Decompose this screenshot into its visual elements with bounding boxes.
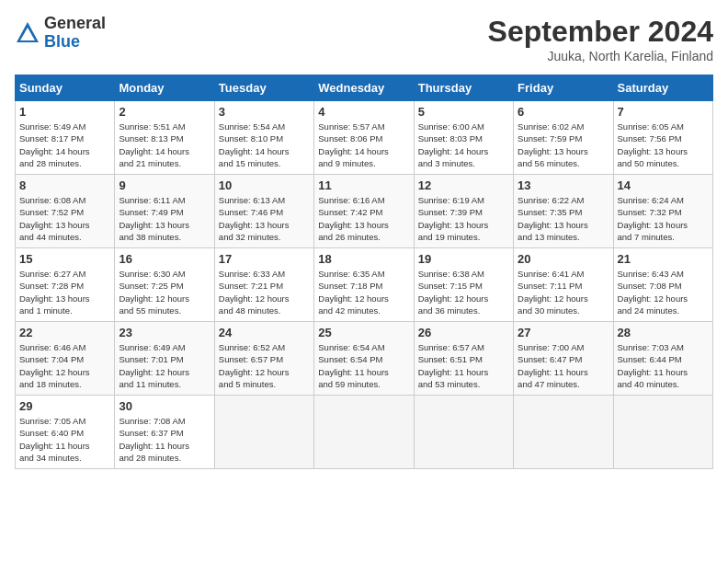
day-number: 25 xyxy=(318,326,409,339)
calendar-cell: 2Sunrise: 5:51 AMSunset: 8:13 PMDaylight… xyxy=(115,101,214,175)
cell-content: Sunrise: 5:51 AMSunset: 8:13 PMDaylight:… xyxy=(119,121,210,169)
day-number: 13 xyxy=(518,178,609,192)
day-number: 15 xyxy=(19,252,110,266)
cell-content: Sunrise: 6:54 AMSunset: 6:54 PMDaylight:… xyxy=(318,341,409,390)
header-wednesday: Wednesday xyxy=(314,75,414,101)
header-sunday: Sunday xyxy=(16,75,115,101)
logo: General Blue xyxy=(15,15,106,52)
day-number: 21 xyxy=(618,252,709,266)
calendar-cell: 21Sunrise: 6:43 AMSunset: 7:08 PMDayligh… xyxy=(613,248,712,322)
calendar-table: SundayMondayTuesdayWednesdayThursdayFrid… xyxy=(15,75,713,469)
day-number: 30 xyxy=(119,399,210,413)
week-row-2: 8Sunrise: 6:08 AMSunset: 7:52 PMDaylight… xyxy=(16,175,713,248)
header-thursday: Thursday xyxy=(414,75,513,101)
header-friday: Friday xyxy=(514,75,613,101)
day-number: 16 xyxy=(119,252,210,266)
header-tuesday: Tuesday xyxy=(214,75,313,101)
cell-content: Sunrise: 7:03 AMSunset: 6:44 PMDaylight:… xyxy=(618,341,709,390)
cell-content: Sunrise: 6:00 AMSunset: 8:03 PMDaylight:… xyxy=(418,121,509,169)
cell-content: Sunrise: 5:54 AMSunset: 8:10 PMDaylight:… xyxy=(219,121,310,169)
day-number: 4 xyxy=(318,105,409,119)
day-number: 24 xyxy=(219,326,310,339)
day-number: 22 xyxy=(19,326,110,339)
month-title: September 2024 xyxy=(488,15,713,49)
week-row-4: 22Sunrise: 6:46 AMSunset: 7:04 PMDayligh… xyxy=(16,322,713,396)
cell-content: Sunrise: 6:49 AMSunset: 7:01 PMDaylight:… xyxy=(119,341,210,390)
week-row-5: 29Sunrise: 7:05 AMSunset: 6:40 PMDayligh… xyxy=(16,396,713,469)
calendar-cell: 7Sunrise: 6:05 AMSunset: 7:56 PMDaylight… xyxy=(613,101,712,175)
day-number: 26 xyxy=(418,326,509,339)
cell-content: Sunrise: 6:22 AMSunset: 7:35 PMDaylight:… xyxy=(518,194,609,243)
day-number: 5 xyxy=(418,105,509,119)
cell-content: Sunrise: 7:08 AMSunset: 6:37 PMDaylight:… xyxy=(119,415,210,464)
cell-content: Sunrise: 7:05 AMSunset: 6:40 PMDaylight:… xyxy=(19,415,110,464)
calendar-cell xyxy=(613,396,712,469)
cell-content: Sunrise: 6:27 AMSunset: 7:28 PMDaylight:… xyxy=(19,268,110,316)
logo-general-label: General xyxy=(44,15,106,33)
day-number: 3 xyxy=(219,105,310,119)
day-number: 29 xyxy=(19,399,110,413)
cell-content: Sunrise: 6:52 AMSunset: 6:57 PMDaylight:… xyxy=(219,341,310,390)
calendar-cell: 3Sunrise: 5:54 AMSunset: 8:10 PMDaylight… xyxy=(214,101,313,175)
cell-content: Sunrise: 6:38 AMSunset: 7:15 PMDaylight:… xyxy=(418,268,509,316)
calendar-cell: 1Sunrise: 5:49 AMSunset: 8:17 PMDaylight… xyxy=(16,101,115,175)
calendar-cell: 18Sunrise: 6:35 AMSunset: 7:18 PMDayligh… xyxy=(314,248,414,322)
cell-content: Sunrise: 6:16 AMSunset: 7:42 PMDaylight:… xyxy=(318,194,409,243)
cell-content: Sunrise: 6:11 AMSunset: 7:49 PMDaylight:… xyxy=(119,194,210,243)
header-monday: Monday xyxy=(115,75,214,101)
day-number: 19 xyxy=(418,252,509,266)
calendar-cell: 4Sunrise: 5:57 AMSunset: 8:06 PMDaylight… xyxy=(314,101,414,175)
calendar-cell: 26Sunrise: 6:57 AMSunset: 6:51 PMDayligh… xyxy=(414,322,513,396)
cell-content: Sunrise: 5:57 AMSunset: 8:06 PMDaylight:… xyxy=(318,121,409,169)
calendar-cell: 27Sunrise: 7:00 AMSunset: 6:47 PMDayligh… xyxy=(514,322,613,396)
cell-content: Sunrise: 6:13 AMSunset: 7:46 PMDaylight:… xyxy=(219,194,310,243)
calendar-cell: 15Sunrise: 6:27 AMSunset: 7:28 PMDayligh… xyxy=(16,248,115,322)
calendar-cell: 17Sunrise: 6:33 AMSunset: 7:21 PMDayligh… xyxy=(214,248,313,322)
cell-content: Sunrise: 6:19 AMSunset: 7:39 PMDaylight:… xyxy=(418,194,509,243)
calendar-cell: 10Sunrise: 6:13 AMSunset: 7:46 PMDayligh… xyxy=(214,175,313,248)
cell-content: Sunrise: 6:33 AMSunset: 7:21 PMDaylight:… xyxy=(219,268,310,316)
logo-text: General Blue xyxy=(44,15,106,52)
day-number: 12 xyxy=(418,178,509,192)
calendar-cell: 13Sunrise: 6:22 AMSunset: 7:35 PMDayligh… xyxy=(514,175,613,248)
calendar-cell xyxy=(214,396,313,469)
logo-blue-label: Blue xyxy=(44,33,106,52)
day-number: 6 xyxy=(518,105,609,119)
cell-content: Sunrise: 6:41 AMSunset: 7:11 PMDaylight:… xyxy=(518,268,609,316)
calendar-cell: 23Sunrise: 6:49 AMSunset: 7:01 PMDayligh… xyxy=(115,322,214,396)
calendar-cell: 19Sunrise: 6:38 AMSunset: 7:15 PMDayligh… xyxy=(414,248,513,322)
day-number: 14 xyxy=(618,178,709,192)
calendar-cell: 11Sunrise: 6:16 AMSunset: 7:42 PMDayligh… xyxy=(314,175,414,248)
header-saturday: Saturday xyxy=(613,75,712,101)
day-number: 9 xyxy=(119,178,210,192)
day-number: 11 xyxy=(318,178,409,192)
cell-content: Sunrise: 6:43 AMSunset: 7:08 PMDaylight:… xyxy=(618,268,709,316)
calendar-cell: 30Sunrise: 7:08 AMSunset: 6:37 PMDayligh… xyxy=(115,396,214,469)
day-number: 2 xyxy=(119,105,210,119)
calendar-cell: 5Sunrise: 6:00 AMSunset: 8:03 PMDaylight… xyxy=(414,101,513,175)
cell-content: Sunrise: 6:05 AMSunset: 7:56 PMDaylight:… xyxy=(618,121,709,169)
cell-content: Sunrise: 6:46 AMSunset: 7:04 PMDaylight:… xyxy=(19,341,110,390)
calendar-cell: 9Sunrise: 6:11 AMSunset: 7:49 PMDaylight… xyxy=(115,175,214,248)
calendar-cell: 16Sunrise: 6:30 AMSunset: 7:25 PMDayligh… xyxy=(115,248,214,322)
calendar-cell: 20Sunrise: 6:41 AMSunset: 7:11 PMDayligh… xyxy=(514,248,613,322)
cell-content: Sunrise: 6:24 AMSunset: 7:32 PMDaylight:… xyxy=(618,194,709,243)
page-header: General Blue September 2024 Juuka, North… xyxy=(15,15,713,63)
cell-content: Sunrise: 6:08 AMSunset: 7:52 PMDaylight:… xyxy=(19,194,110,243)
day-number: 10 xyxy=(219,178,310,192)
title-block: September 2024 Juuka, North Karelia, Fin… xyxy=(488,15,713,63)
day-number: 28 xyxy=(618,326,709,339)
day-number: 18 xyxy=(318,252,409,266)
calendar-cell xyxy=(314,396,414,469)
calendar-cell: 28Sunrise: 7:03 AMSunset: 6:44 PMDayligh… xyxy=(613,322,712,396)
week-row-3: 15Sunrise: 6:27 AMSunset: 7:28 PMDayligh… xyxy=(16,248,713,322)
header-row: SundayMondayTuesdayWednesdayThursdayFrid… xyxy=(16,75,713,101)
calendar-cell: 14Sunrise: 6:24 AMSunset: 7:32 PMDayligh… xyxy=(613,175,712,248)
day-number: 1 xyxy=(19,105,110,119)
calendar-cell: 12Sunrise: 6:19 AMSunset: 7:39 PMDayligh… xyxy=(414,175,513,248)
cell-content: Sunrise: 7:00 AMSunset: 6:47 PMDaylight:… xyxy=(518,341,609,390)
calendar-cell: 6Sunrise: 6:02 AMSunset: 7:59 PMDaylight… xyxy=(514,101,613,175)
day-number: 20 xyxy=(518,252,609,266)
calendar-cell: 24Sunrise: 6:52 AMSunset: 6:57 PMDayligh… xyxy=(214,322,313,396)
cell-content: Sunrise: 6:35 AMSunset: 7:18 PMDaylight:… xyxy=(318,268,409,316)
